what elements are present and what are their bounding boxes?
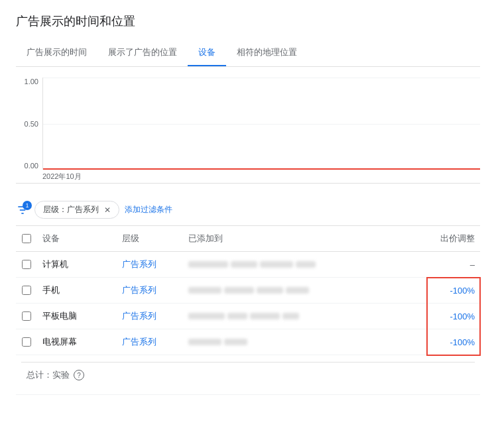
row-checkbox[interactable] [22,337,31,347]
th-added: 已添加到 [183,226,427,252]
row-checkbox-cell [16,278,37,304]
page-container: 广告展示的时间和位置 广告展示的时间 展示了广告的位置 设备 相符的地理位置 1… [0,0,496,408]
table-footer-row: 总计：实验 ? [16,355,480,395]
th-device: 设备 [37,226,117,252]
filter-icon-wrapper[interactable]: 1 [16,203,29,217]
chart-x-label: 2022年10月 [42,172,82,182]
tab-device[interactable]: 设备 [188,40,226,66]
tab-time[interactable]: 广告展示的时间 [16,40,97,66]
row-added [183,329,427,355]
row-device: 计算机 [37,252,117,278]
table-body: 计算机广告系列–手机广告系列-100%平板电脑广告系列-100%电视屏幕广告系列… [16,252,480,355]
filter-bar: 1 层级：广告系列 ✕ 添加过滤条件 [16,194,480,226]
row-checkbox-cell [16,304,37,329]
chart-area: 1.00 0.50 0.00 2022年10月 [16,78,480,184]
chart-inner [42,78,480,170]
tabs-bar: 广告展示的时间 展示了广告的位置 设备 相符的地理位置 [16,40,480,67]
tab-position[interactable]: 展示了广告的位置 [97,40,188,66]
filter-chip-close[interactable]: ✕ [104,205,111,215]
table-wrapper: 设备 层级 已添加到 出价调整 计算机广告系列–手机广告系列-100%平板电脑广… [16,226,480,395]
chart-y-labels: 1.00 0.50 0.00 [16,78,42,170]
row-added [183,252,427,278]
y-label-2: 0.50 [25,120,38,128]
th-checkbox [16,226,37,252]
row-added [183,278,427,304]
table-row: 手机广告系列-100% [16,278,480,304]
th-bid: 出价调整 [427,226,480,252]
row-checkbox[interactable] [22,286,31,295]
data-table: 设备 层级 已添加到 出价调整 计算机广告系列–手机广告系列-100%平板电脑广… [16,226,480,395]
help-icon[interactable]: ? [74,370,84,380]
footer-label: 总计：实验 [27,369,70,381]
th-level: 层级 [117,226,183,252]
row-level: 广告系列 [117,304,183,329]
gridline-top [43,78,480,78]
row-level: 广告系列 [117,278,183,304]
table-footer-cell: 总计：实验 ? [16,355,480,395]
table-footer: 总计：实验 ? [21,362,475,388]
add-filter-button[interactable]: 添加过滤条件 [125,204,172,215]
row-device: 手机 [37,278,117,304]
filter-chip[interactable]: 层级：广告系列 ✕ [34,201,119,219]
row-device: 电视屏幕 [37,329,117,355]
y-label-3: 0.00 [25,162,38,170]
row-checkbox-cell [16,329,37,355]
table-row: 平板电脑广告系列-100% [16,304,480,329]
table-row: 计算机广告系列– [16,252,480,278]
row-bid: -100% [427,304,480,329]
row-added [183,304,427,329]
row-bid: – [427,252,480,278]
chart-redline [43,168,480,170]
row-checkbox[interactable] [22,311,31,321]
filter-badge: 1 [23,201,32,210]
filter-chip-label: 层级：广告系列 [43,204,99,215]
page-title: 广告展示的时间和位置 [16,13,480,29]
row-bid: -100% [427,278,480,304]
table-header-row: 设备 层级 已添加到 出价调整 [16,226,480,252]
row-bid: -100% [427,329,480,355]
gridline-mid [43,124,480,125]
row-device: 平板电脑 [37,304,117,329]
row-level: 广告系列 [117,329,183,355]
table-row: 电视屏幕广告系列-100% [16,329,480,355]
tab-geo[interactable]: 相符的地理位置 [226,40,308,66]
row-checkbox-cell [16,252,37,278]
row-checkbox[interactable] [22,260,31,269]
header-checkbox[interactable] [22,234,31,243]
y-label-1: 1.00 [25,78,38,85]
row-level: 广告系列 [117,252,183,278]
